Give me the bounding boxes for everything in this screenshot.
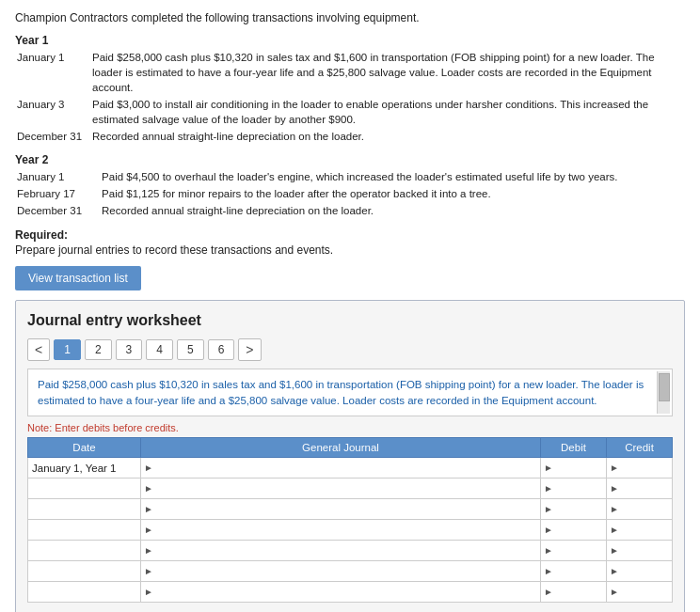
debit-cell-6: ►: [541, 561, 607, 582]
table-row: ► ► ►: [28, 520, 673, 541]
transaction-text: Paid $4,500 to overhaul the loader's eng…: [100, 168, 685, 185]
gj-cell-2: ►: [141, 479, 541, 499]
gj-input-3[interactable]: [156, 499, 540, 519]
tab-3-button[interactable]: 3: [116, 339, 143, 360]
tab-5-button[interactable]: 5: [177, 339, 204, 360]
transaction-row: December 31 Recorded annual straight-lin…: [15, 202, 685, 219]
debit-arrow-icon: ►: [541, 483, 556, 494]
credit-input-5[interactable]: [622, 541, 672, 560]
credit-cell-7: ►: [607, 582, 673, 603]
credit-arrow-icon: ►: [607, 463, 622, 473]
gj-input-4[interactable]: [156, 520, 540, 540]
credit-input-1[interactable]: [622, 458, 672, 478]
debit-cell-5: ►: [541, 541, 607, 561]
year1-transactions: January 1 Paid $258,000 cash plus $10,32…: [15, 49, 685, 146]
table-row: ► ► ►: [28, 541, 673, 561]
description-text: Paid $258,000 cash plus $10,320 in sales…: [38, 377, 662, 408]
transaction-text: Paid $258,000 cash plus $10,320 in sales…: [90, 49, 685, 96]
credit-input-2[interactable]: [622, 479, 672, 498]
credit-cell-3: ►: [607, 499, 673, 520]
debit-cell-1: ►: [541, 458, 607, 479]
date-cell-7: [28, 582, 141, 603]
debit-arrow-icon: ►: [541, 525, 556, 535]
gj-arrow-icon: ►: [141, 483, 156, 494]
date-header: Date: [28, 438, 141, 458]
view-transaction-list-button[interactable]: View transaction list: [15, 266, 141, 290]
gj-input-7[interactable]: [156, 582, 540, 602]
debit-arrow-icon: ►: [541, 587, 556, 597]
year1-heading: Year 1: [15, 34, 685, 47]
transaction-row: January 1 Paid $258,000 cash plus $10,32…: [15, 49, 685, 96]
transaction-row: December 31 Recorded annual straight-lin…: [15, 128, 685, 145]
credit-cell-2: ►: [607, 479, 673, 499]
credit-arrow-icon: ►: [607, 504, 622, 514]
transaction-description: Paid $258,000 cash plus $10,320 in sales…: [27, 369, 673, 416]
date-cell-1: January 1, Year 1: [28, 458, 141, 479]
general-journal-header: General Journal: [141, 438, 541, 458]
gj-input-2[interactable]: [156, 479, 540, 498]
note-text: Note: Enter debits before credits.: [27, 422, 673, 433]
table-row: ► ► ►: [28, 561, 673, 582]
gj-cell-7: ►: [141, 582, 541, 603]
credit-header: Credit: [607, 438, 673, 458]
debit-arrow-icon: ►: [541, 566, 556, 576]
debit-cell-4: ►: [541, 520, 607, 541]
debit-input-7[interactable]: [556, 582, 606, 602]
date-cell-6: [28, 561, 141, 582]
tab-2-button[interactable]: 2: [85, 339, 112, 360]
debit-input-5[interactable]: [556, 541, 606, 560]
credit-cell-4: ►: [607, 520, 673, 541]
gj-arrow-icon: ►: [141, 504, 156, 514]
gj-arrow-icon: ►: [141, 587, 156, 597]
gj-arrow-icon: ►: [141, 525, 156, 535]
debit-arrow-icon: ►: [541, 463, 556, 473]
date-cell-3: [28, 499, 141, 520]
credit-input-7[interactable]: [622, 582, 672, 602]
credit-cell-5: ►: [607, 541, 673, 561]
gj-input-1[interactable]: [156, 458, 540, 478]
debit-input-4[interactable]: [556, 520, 606, 540]
debit-input-3[interactable]: [556, 499, 606, 519]
credit-input-4[interactable]: [622, 520, 672, 540]
debit-input-6[interactable]: [556, 561, 606, 581]
date-cell-5: [28, 541, 141, 561]
debit-header: Debit: [541, 438, 607, 458]
debit-arrow-icon: ►: [541, 545, 556, 556]
transaction-row: January 1 Paid $4,500 to overhaul the lo…: [15, 168, 685, 185]
transaction-text: Paid $1,125 for minor repairs to the loa…: [100, 185, 685, 202]
debit-input-1[interactable]: [556, 458, 606, 478]
gj-cell-4: ►: [141, 520, 541, 541]
debit-arrow-icon: ►: [541, 504, 556, 514]
table-row: ► ► ►: [28, 479, 673, 499]
transaction-text: Recorded annual straight-line depreciati…: [100, 202, 685, 219]
gj-input-5[interactable]: [156, 541, 540, 560]
gj-input-6[interactable]: [156, 561, 540, 581]
tab-next-button[interactable]: >: [238, 338, 261, 361]
tab-1-button[interactable]: 1: [54, 339, 81, 360]
transaction-date: December 31: [15, 128, 90, 145]
scrollbar[interactable]: [657, 371, 670, 414]
transaction-date: February 17: [15, 185, 100, 202]
gj-cell-3: ►: [141, 499, 541, 520]
gj-arrow-icon: ►: [141, 545, 156, 556]
tab-prev-button[interactable]: <: [27, 338, 50, 361]
debit-cell-2: ►: [541, 479, 607, 499]
transaction-date: January 1: [15, 49, 90, 96]
debit-input-2[interactable]: [556, 479, 606, 498]
credit-arrow-icon: ►: [607, 545, 622, 556]
gj-cell-5: ►: [141, 541, 541, 561]
gj-arrow-icon: ►: [141, 463, 156, 473]
tab-6-button[interactable]: 6: [208, 339, 235, 360]
credit-input-6[interactable]: [622, 561, 672, 581]
credit-input-3[interactable]: [622, 499, 672, 519]
gj-cell-1: ►: [141, 458, 541, 479]
tab-4-button[interactable]: 4: [146, 339, 173, 360]
journal-entry-worksheet: Journal entry worksheet < 1 2 3 4 5 6 > …: [15, 300, 685, 612]
gj-cell-6: ►: [141, 561, 541, 582]
transaction-date: January 3: [15, 96, 90, 128]
debit-cell-3: ►: [541, 499, 607, 520]
credit-arrow-icon: ►: [607, 587, 622, 597]
year2-transactions: January 1 Paid $4,500 to overhaul the lo…: [15, 168, 685, 219]
credit-arrow-icon: ►: [607, 566, 622, 576]
tab-navigation: < 1 2 3 4 5 6 >: [27, 338, 673, 361]
